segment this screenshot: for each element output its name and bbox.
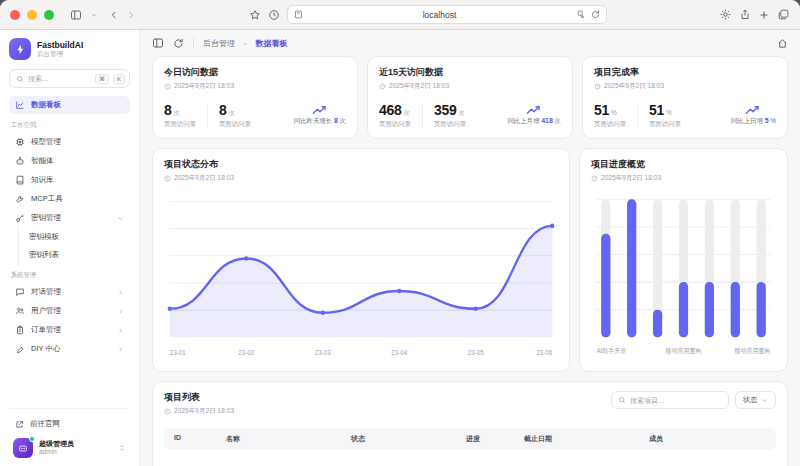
- app-logo: [9, 38, 31, 60]
- trend: 同比上日增 5 %: [731, 105, 776, 126]
- stat-timestamp: 2025年9月2日 18:03: [174, 82, 234, 91]
- stat-title: 今日访问数据: [164, 66, 346, 79]
- metric: 51% 页面访问量: [649, 103, 681, 129]
- breadcrumb-current[interactable]: 数据看板: [255, 38, 287, 49]
- stats-row: 今日访问数据 2025年9月2日 18:03 8次 页面访问量 8次: [152, 56, 788, 139]
- breadcrumb-root[interactable]: 后台管理: [203, 38, 235, 49]
- robot-icon: [15, 156, 25, 166]
- chart-title: 项目进度概览: [591, 158, 776, 171]
- reload-icon[interactable]: [591, 10, 600, 19]
- stat-date: 2025年9月2日 18:03: [379, 82, 561, 91]
- close-window-button[interactable]: [10, 10, 20, 20]
- browser-sidebar-toggle-icon[interactable]: [69, 9, 83, 21]
- clock-icon: [594, 83, 601, 90]
- status-filter-select[interactable]: 状态: [735, 391, 776, 409]
- collapse-sidebar-icon[interactable]: [152, 37, 164, 49]
- bookmark-star-icon[interactable]: [249, 9, 261, 21]
- line-chart-card: 项目状态分布 2025年9月2日 18:03 23-0123-0223-0323…: [152, 148, 570, 372]
- user-menu[interactable]: 超级管理员 admin: [9, 433, 130, 458]
- history-clock-icon[interactable]: [268, 9, 280, 21]
- share-icon[interactable]: [739, 8, 751, 21]
- trend-label: 同比上月增: [507, 117, 539, 124]
- stat-metrics: 468次 页面访问量 359次 页面访问量 同比上月增 418 次: [379, 103, 561, 129]
- cpu-icon: [15, 137, 25, 147]
- sidebar-item-keys[interactable]: 密钥管理: [9, 209, 130, 227]
- home-icon[interactable]: [777, 38, 788, 49]
- trend: 同比上月增 418 次: [507, 105, 561, 126]
- visit-website-label: 前往官网: [30, 419, 60, 429]
- trend-label: 同比上日增: [731, 117, 763, 124]
- sidebar-item-models[interactable]: 模型管理: [9, 133, 130, 151]
- tab-overview-icon[interactable]: [777, 8, 790, 21]
- sidebar-item-label: 数据看板: [31, 100, 61, 110]
- sidebar-item-dashboard[interactable]: 数据看板: [9, 96, 130, 114]
- translate-icon[interactable]: [577, 10, 586, 19]
- metric-value: 51: [594, 102, 609, 118]
- metric-unit: 次: [403, 109, 409, 116]
- sidebar-search[interactable]: ⌘ K: [9, 69, 130, 88]
- maximize-window-button[interactable]: [44, 10, 54, 20]
- url-bar[interactable]: localhost: [287, 5, 607, 24]
- trend: 同比昨天增长 8 次: [294, 105, 346, 126]
- app-name: FastbuildAI: [37, 40, 83, 50]
- column-header-status: 状态: [351, 434, 466, 444]
- clipboard-icon: [15, 325, 25, 335]
- back-icon[interactable]: [109, 10, 119, 20]
- column-header-members: 成员: [649, 434, 766, 444]
- sidebar-item-agents[interactable]: 智能体: [9, 152, 130, 170]
- new-tab-icon[interactable]: [758, 9, 770, 21]
- trend-value: 8: [334, 117, 338, 124]
- sidebar-item-users[interactable]: 用户管理: [9, 302, 130, 320]
- trend-unit: 次: [340, 117, 346, 124]
- external-link-icon: [15, 420, 24, 429]
- main-toolbar: 后台管理 • 数据看板: [152, 37, 788, 49]
- users-icon: [15, 306, 25, 316]
- sidebar-item-label: DIY 中心: [31, 344, 60, 354]
- chat-icon: [15, 287, 25, 297]
- column-header-progress: 进度: [466, 434, 524, 444]
- browser-chrome: localhost: [0, 0, 800, 30]
- chevron-up-down-icon: [118, 443, 126, 453]
- app-logo-row[interactable]: FastbuildAI 后台管理: [9, 38, 130, 60]
- metric-unit: 次: [458, 109, 464, 116]
- minimize-window-button[interactable]: [27, 10, 37, 20]
- chart-timestamp: 2025年9月2日 18:03: [601, 174, 661, 183]
- sidebar-item-mcp-tools[interactable]: MCP工具: [9, 190, 130, 208]
- status-filter-label: 状态: [743, 395, 757, 405]
- metric: 8次 页面访问量: [164, 103, 196, 129]
- sidebar-item-orders[interactable]: 订单管理: [9, 321, 130, 339]
- clock-icon: [591, 175, 598, 182]
- sidebar-item-key-templates[interactable]: 密钥模板: [23, 228, 130, 246]
- chart-date: 2025年9月2日 18:03: [164, 174, 558, 183]
- sidebar-item-diy-center[interactable]: DIY 中心: [9, 340, 130, 358]
- sidebar-item-conversations[interactable]: 对话管理: [9, 283, 130, 301]
- sidebar-item-label: 知识库: [31, 175, 54, 185]
- line-chart: 23-0123-0223-0323-0423-0523-06: [164, 187, 558, 362]
- traffic-lights: [10, 10, 54, 20]
- project-search[interactable]: [611, 391, 729, 409]
- chevron-right-icon: [117, 308, 124, 315]
- refresh-icon[interactable]: [173, 38, 184, 49]
- app-frame: FastbuildAI 后台管理 ⌘ K 数据看板: [0, 30, 800, 466]
- project-search-input[interactable]: [630, 397, 722, 404]
- forward-icon[interactable]: [126, 10, 136, 20]
- sidebar-item-label: 用户管理: [31, 306, 61, 316]
- metric-label: 页面访问量: [649, 120, 681, 129]
- shortcut-cmd-key: ⌘: [95, 74, 109, 84]
- visit-website-link[interactable]: 前往官网: [9, 415, 130, 433]
- stat-date: 2025年9月2日 18:03: [594, 82, 776, 91]
- metric-divider: [637, 104, 638, 128]
- avatar: [13, 438, 33, 458]
- sidebar-item-knowledge-base[interactable]: 知识库: [9, 171, 130, 189]
- chevron-down-icon[interactable]: [90, 11, 98, 19]
- extensions-gear-icon[interactable]: [719, 8, 732, 21]
- svg-text:23-06: 23-06: [536, 349, 552, 356]
- trend-value: 418: [541, 117, 553, 124]
- svg-text:23-02: 23-02: [238, 349, 254, 356]
- online-status-dot: [29, 436, 35, 442]
- svg-text:AI助手开发: AI助手开发: [597, 346, 627, 354]
- sidebar-item-key-list[interactable]: 密钥列表: [23, 246, 130, 264]
- stat-timestamp: 2025年9月2日 18:03: [389, 82, 449, 91]
- search-input[interactable]: [28, 75, 91, 82]
- trend-unit: 次: [555, 117, 561, 124]
